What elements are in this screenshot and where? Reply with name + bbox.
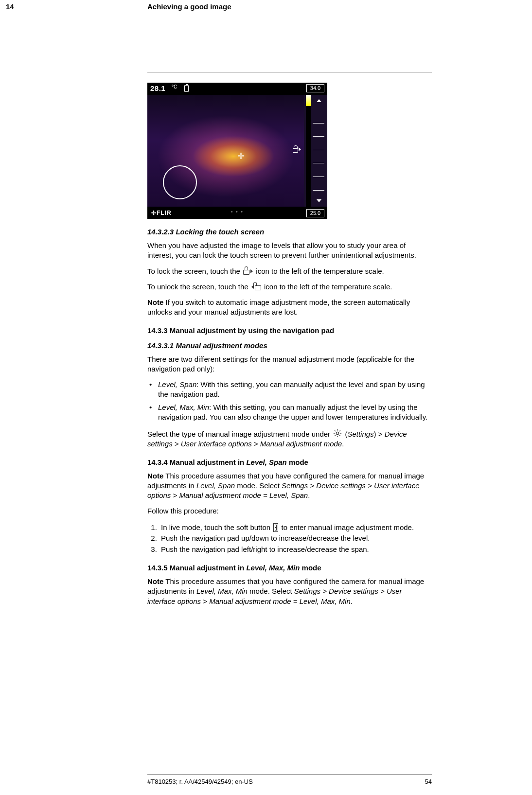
text: : With this setting, you can manually ad… [158,380,425,398]
para: When you have adjusted the image to leve… [147,241,432,261]
ellipsis-icon: • • • [231,209,244,214]
note-label: Note [147,577,163,585]
para: There are two different settings for the… [147,354,432,374]
heading-14-3-2-3: 14.3.2.3 Locking the touch screen [147,228,432,236]
divider [147,72,432,72]
page: 14 Achieving a good image ✛ 28.1 °C ✢FLI… [0,0,532,795]
note-text: If you switch to automatic image adjustm… [147,298,410,316]
text: mode. Select [248,587,294,595]
text: icon to the left of the temperature scal… [264,283,392,291]
crosshair-icon: ✛ [237,151,245,161]
heading-14-3-4: 14.3.4 Manual adjustment in Level, Span … [147,458,432,466]
battery-icon [184,85,189,92]
heading-14-3-5: 14.3.5 Manual adjustment in Level, Max, … [147,564,432,572]
list-item: In live mode, touch the soft button to e… [159,522,432,533]
text: . [342,440,344,448]
heading-14-3-3-1: 14.3.3.1 Manual adjustment modes [147,341,432,350]
para-select: Select the type of manual image adjustme… [147,429,432,449]
list-item: Level, Max, Min: With this setting, you … [147,403,432,423]
heading-post: mode [300,564,321,572]
scale-ticks [313,95,324,207]
figure-unit: °C [172,84,177,89]
term: Level, Span [158,380,196,389]
svg-point-0 [337,432,339,434]
figure-lock-icon [293,146,301,155]
color-scale [306,95,311,207]
para-unlock: To unlock the screen, touch the icon to … [147,282,432,292]
step-list: In live mode, touch the soft button to e… [147,522,432,555]
text: In live mode, touch the soft button [161,523,272,531]
text: Select the type of manual image adjustme… [147,430,332,438]
para-lock: To lock the screen, touch the icon to th… [147,266,432,276]
thermal-figure: ✛ 28.1 °C ✢FLIR • • • 34.0 25.0 [147,83,327,219]
text: icon to the left of the temperature scal… [256,267,384,275]
note: Note This procedure assumes that you hav… [147,577,432,606]
soft-button-icon [273,523,278,532]
list-item: Push the navigation pad up/down to incre… [159,533,432,544]
note: Note If you switch to automatic image ad… [147,298,432,318]
list-item: Level, Span: With this setting, you can … [147,380,432,400]
term: Level, Span [196,481,235,490]
note-label: Note [147,298,163,306]
chapter-title: Achieving a good image [147,2,231,11]
heading-post: mode [287,458,308,466]
content-area: ✛ 28.1 °C ✢FLIR • • • 34.0 25.0 14.3.2.3… [147,83,432,612]
heading-14-3-3: 14.3.3 Manual adjustment by using the na… [147,326,432,335]
note-label: Note [147,472,163,480]
footer-id: #T810253; r. AA/42549/42549; en-US [147,778,253,785]
text: . [308,491,310,499]
figure-temp: 28.1 [150,84,165,92]
heading-it: Level, Max, Min [246,564,300,572]
bullet-list: Level, Span: With this setting, you can … [147,380,432,422]
text: ) > [374,430,385,438]
thermal-body: ✛ [147,95,304,207]
lock-closed-icon [243,270,253,275]
settings-label: Settings [347,430,373,438]
term: Level, Max, Min [196,587,248,595]
heading-pre: 14.3.4 Manual adjustment in [147,458,246,466]
text: . [351,597,353,605]
page-number: 54 [425,778,432,785]
brand-text: FLIR [157,210,172,216]
term: Level, Max, Min [158,403,209,411]
text: to enter manual image adjustment mode. [279,523,414,531]
spot-circle [163,165,197,199]
heading-it: Level, Span [246,458,286,466]
text: To unlock the screen, touch the [147,283,250,291]
heading-pre: 14.3.5 Manual adjustment in [147,564,246,572]
divider [147,774,432,775]
text: mode. Select [235,481,282,490]
chapter-number: 14 [6,2,14,11]
list-item: Push the navigation pad left/right to in… [159,544,432,555]
scale-min: 25.0 [306,209,324,217]
lock-open-icon [251,285,261,290]
text: To lock the screen, touch the [147,267,242,275]
note: Note This procedure assumes that you hav… [147,471,432,501]
para: Follow this procedure: [147,506,432,516]
brand-label: ✢FLIR [151,210,172,216]
scale-max: 34.0 [306,84,324,92]
gear-icon [333,429,342,438]
